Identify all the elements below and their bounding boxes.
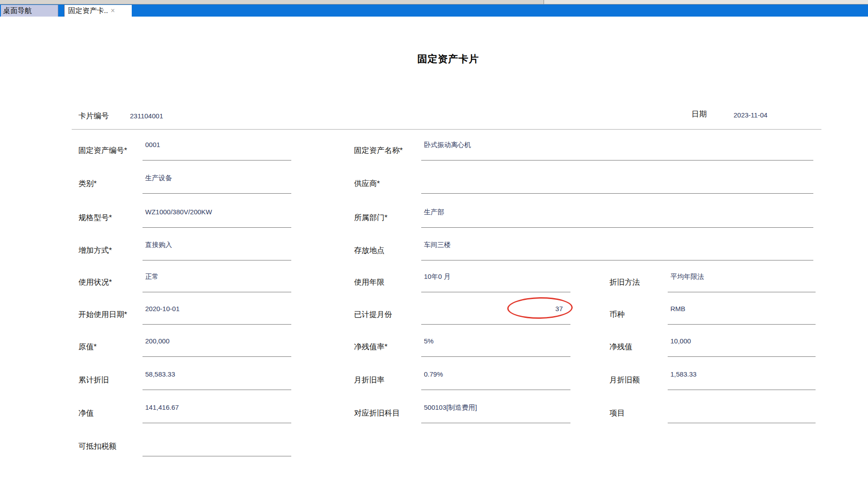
field-supplier-label: 供应商* <box>354 178 380 189</box>
tab-desktop-nav-label: 桌面导航 <box>3 7 32 14</box>
field-project-label: 项目 <box>609 408 625 418</box>
field-asset-name-input[interactable]: 卧式振动离心机 <box>421 140 813 160</box>
field-residual-value-input[interactable]: 10,000 <box>668 336 816 357</box>
field-usage-status-input[interactable]: 正常 <box>143 272 291 292</box>
field-asset-code-input[interactable]: 0001 <box>143 140 291 160</box>
field-supplier-input[interactable] <box>421 173 813 194</box>
field-monthly-depr-rate-input[interactable]: 0.79% <box>421 369 570 390</box>
field-storage-location-input[interactable]: 车间三楼 <box>421 240 813 260</box>
field-spec-model-label: 规格型号* <box>78 212 112 223</box>
card-no-value: 231104001 <box>130 112 163 120</box>
field-currency-input[interactable]: RMB <box>668 304 816 325</box>
page-title: 固定资产卡片 <box>72 52 825 66</box>
field-residual-rate-label: 净残值率* <box>354 342 388 352</box>
field-depr-account-input[interactable]: 500103[制造费用] <box>421 403 570 423</box>
field-category-input[interactable]: 生产设备 <box>143 173 291 194</box>
field-depreciation-method-label: 折旧方法 <box>609 277 640 287</box>
field-monthly-depr-rate-label: 月折旧率 <box>354 375 384 385</box>
close-icon[interactable]: × <box>111 7 115 14</box>
field-currency-label: 币种 <box>609 309 625 320</box>
field-original-value-label: 原值* <box>78 342 97 352</box>
field-depreciation-method-input[interactable]: 平均年限法 <box>668 272 816 292</box>
field-usage-status-label: 使用状况* <box>78 277 112 287</box>
field-monthly-depr-amount-input[interactable]: 1,583.33 <box>668 369 816 390</box>
field-monthly-depr-amount-label: 月折旧额 <box>609 375 640 385</box>
field-net-value-label: 净值 <box>78 408 94 418</box>
tab-fixed-asset-card[interactable]: 固定资产卡.. × <box>64 5 132 17</box>
field-accrued-months-label: 已计提月份 <box>354 309 392 320</box>
field-net-value-input[interactable]: 141,416.67 <box>143 403 291 423</box>
field-department-input[interactable]: 生产部 <box>421 207 813 228</box>
header-separator <box>72 129 821 130</box>
field-category-label: 类别* <box>78 178 97 189</box>
card-no-label: 卡片编号 <box>78 111 109 121</box>
field-add-method-input[interactable]: 直接购入 <box>143 240 291 260</box>
field-deductible-tax-label: 可抵扣税额 <box>78 441 117 451</box>
date-label: 日期 <box>691 109 707 119</box>
field-asset-code-label: 固定资产编号* <box>78 145 127 156</box>
titlebar-divider <box>544 0 544 4</box>
field-accum-depreciation-label: 累计折旧 <box>78 375 109 385</box>
tab-fixed-asset-card-label: 固定资产卡.. <box>68 5 108 17</box>
field-storage-location-label: 存放地点 <box>354 245 384 256</box>
field-project-input[interactable] <box>668 403 816 423</box>
field-accum-depreciation-input[interactable]: 58,583.33 <box>143 369 291 390</box>
field-depr-account-label: 对应折旧科目 <box>354 408 400 418</box>
titlebar-strip-right <box>544 0 868 4</box>
field-spec-model-input[interactable]: WZ1000/380V/200KW <box>143 207 291 228</box>
field-start-use-date-label: 开始使用日期* <box>78 309 127 320</box>
date-value: 2023-11-04 <box>734 111 768 119</box>
field-deductible-tax-input[interactable] <box>143 436 291 456</box>
tab-desktop-nav[interactable]: 桌面导航 <box>1 5 58 17</box>
field-start-use-date-input[interactable]: 2020-10-01 <box>143 304 291 325</box>
field-residual-value-label: 净残值 <box>609 342 632 352</box>
field-residual-rate-input[interactable]: 5% <box>421 336 570 357</box>
field-original-value-input[interactable]: 200,000 <box>143 336 291 357</box>
field-useful-life-input[interactable]: 10年0 月 <box>421 272 570 292</box>
field-asset-name-label: 固定资产名称* <box>354 145 403 156</box>
field-useful-life-label: 使用年限 <box>354 277 384 287</box>
field-add-method-label: 增加方式* <box>78 245 112 256</box>
field-department-label: 所属部门* <box>354 212 388 223</box>
